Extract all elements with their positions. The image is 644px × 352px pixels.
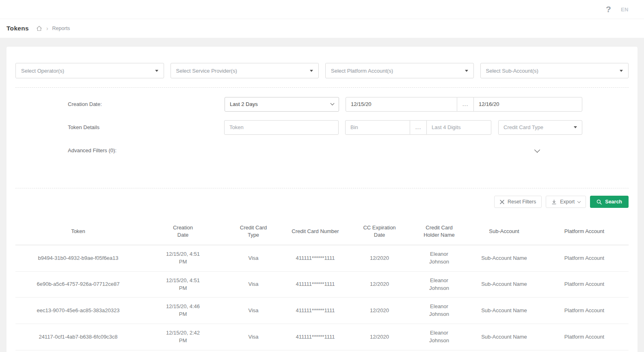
date-preset-value: Last 2 Days xyxy=(230,101,258,107)
table-header-credit-card-number: Credit Card Number xyxy=(282,219,349,245)
table-cell: b9494-31b0-4932-b9ae-f05f6ea13 xyxy=(15,245,141,272)
token-input[interactable] xyxy=(224,120,339,135)
table-header-platform-account: Platform Account xyxy=(540,219,629,245)
bin-last4-ellipsis[interactable]: ... xyxy=(410,120,426,135)
table-cell: 12/2020 xyxy=(349,271,410,298)
caret-down-icon xyxy=(310,70,313,72)
table-cell: 6e90b-a5c6-4757-926a-07712ce87 xyxy=(15,271,141,298)
table-header-credit-card-holder-name: Credit Card Holder Name xyxy=(410,219,468,245)
table-header-credit-card-type: Credit Card Type xyxy=(225,219,282,245)
bin-last4-group: ... xyxy=(345,120,491,135)
caret-down-icon xyxy=(620,70,623,72)
credit-card-type-select[interactable]: Credit Card Type xyxy=(498,120,582,135)
advanced-filters-label: Advanced Filters (0): xyxy=(68,147,225,153)
reset-filters-button[interactable]: Reset Filters xyxy=(494,196,542,208)
tokens-table: Token Creation Date Credit Card Type Cre… xyxy=(15,219,629,352)
table-cell: 12/15/20, 4:51 PM xyxy=(141,245,225,272)
table-header-row: Token Creation Date Credit Card Type Cre… xyxy=(15,219,629,245)
search-button[interactable]: Search xyxy=(590,196,629,208)
breadcrumb: Tokens › Reports xyxy=(0,19,644,38)
date-range-group: ... xyxy=(346,97,582,112)
token-details-label: Token Details xyxy=(68,124,224,130)
download-icon xyxy=(551,199,557,205)
chevron-down-icon xyxy=(577,199,581,203)
table-cell: e3004-4404-4b2b-a5e7-45117abca xyxy=(15,350,141,352)
table-cell: Platform Account xyxy=(540,324,629,350)
table-cell: Sub-Account Name xyxy=(468,298,540,324)
caret-down-icon xyxy=(574,126,577,128)
table-cell: 12/15/20, 4:46 PM xyxy=(141,298,225,324)
table-cell: 411111******1111 xyxy=(282,324,349,350)
table-cell: 12/2020 xyxy=(349,298,410,324)
table-cell: 411111******1111 xyxy=(282,350,349,352)
breadcrumb-separator: › xyxy=(46,25,48,32)
platform-account-select-placeholder: Select Platform Account(s) xyxy=(331,68,393,74)
table-header-token: Token xyxy=(15,219,141,245)
table-cell: Sub-Account Name xyxy=(468,271,540,298)
table-cell: 12/2020 xyxy=(349,350,410,352)
x-icon xyxy=(500,200,504,204)
search-icon xyxy=(596,199,602,205)
table-cell: Platform Account xyxy=(540,350,629,352)
reset-filters-label: Reset Filters xyxy=(508,199,536,205)
table-cell: Eleanor Johnson xyxy=(410,298,468,324)
platform-account-select[interactable]: Select Platform Account(s) xyxy=(325,63,474,78)
table-cell: 411111******1111 xyxy=(282,271,349,298)
table-cell: Eleanor Johnson xyxy=(410,324,468,350)
table-row: 6e90b-a5c6-4757-926a-07712ce8712/15/20, … xyxy=(15,271,629,298)
table-cell: Visa xyxy=(225,298,282,324)
operator-select[interactable]: Select Operator(s) xyxy=(15,63,164,78)
sub-account-select-placeholder: Select Sub-Account(s) xyxy=(486,68,538,74)
caret-down-icon xyxy=(155,70,158,72)
table-cell: Eleanor Johnson xyxy=(410,245,468,272)
bin-input[interactable] xyxy=(345,120,410,135)
date-from-input[interactable] xyxy=(346,97,457,112)
table-row: eec13-9070-45e6-ac85-383a2032312/15/20, … xyxy=(15,298,629,324)
date-range-ellipsis[interactable]: ... xyxy=(457,97,473,112)
language-selector[interactable]: EN xyxy=(621,6,629,13)
table-cell: 24117-0cf1-4ab7-b638-6fc09c3c8 xyxy=(15,324,141,350)
home-icon[interactable] xyxy=(36,26,42,31)
caret-down-icon xyxy=(465,70,468,72)
table-cell: 411111******1111 xyxy=(282,298,349,324)
last4-input[interactable] xyxy=(426,120,491,135)
table-row: 24117-0cf1-4ab7-b638-6fc09c3c812/15/20, … xyxy=(15,324,629,350)
export-button[interactable]: Export xyxy=(546,196,586,208)
export-label: Export xyxy=(560,199,575,205)
table-cell: 12/2020 xyxy=(349,245,410,272)
creation-date-row: Creation Date: Last 2 Days ... xyxy=(15,93,582,116)
service-provider-select[interactable]: Select Service Provider(s) xyxy=(171,63,319,78)
chevron-down-icon xyxy=(331,101,335,106)
operator-select-placeholder: Select Operator(s) xyxy=(21,68,64,74)
search-label: Search xyxy=(605,199,622,205)
sub-account-select[interactable]: Select Sub-Account(s) xyxy=(480,63,629,78)
table-cell: Visa xyxy=(225,271,282,298)
table-cell: Platform Account xyxy=(540,245,629,272)
table-cell: Sub-Account Name xyxy=(468,350,540,352)
table-header-creation-date: Creation Date xyxy=(141,219,225,245)
table-cell: Platform Account xyxy=(540,271,629,298)
advanced-filters-row: Advanced Filters (0): xyxy=(15,139,582,162)
table-body: b9494-31b0-4932-b9ae-f05f6ea1312/15/20, … xyxy=(15,245,629,352)
table-cell: Eleanor Johnson xyxy=(410,350,468,352)
breadcrumb-item-reports[interactable]: Reports xyxy=(52,26,70,31)
table-header-sub-account: Sub-Account xyxy=(468,219,540,245)
table-cell: 12/15/20, 1:06 PM xyxy=(141,350,225,352)
date-to-input[interactable] xyxy=(473,97,582,112)
date-preset-select[interactable]: Last 2 Days xyxy=(225,97,339,112)
table-cell: eec13-9070-45e6-ac85-383a20323 xyxy=(15,298,141,324)
table-cell: Visa xyxy=(225,350,282,352)
chevron-down-icon[interactable] xyxy=(534,147,540,152)
table-cell: 411111******1111 xyxy=(282,245,349,272)
table-cell: Visa xyxy=(225,245,282,272)
table-cell: Sub-Account Name xyxy=(468,245,540,272)
service-provider-select-placeholder: Select Service Provider(s) xyxy=(176,68,237,74)
top-bar: ? EN xyxy=(0,0,644,19)
table-cell: 12/15/20, 2:42 PM xyxy=(141,324,225,350)
help-icon[interactable]: ? xyxy=(606,4,611,14)
table-cell: 12/2020 xyxy=(349,324,410,350)
token-details-row: Token Details ... Credit Card Type xyxy=(15,116,582,139)
table-cell: Platform Account xyxy=(540,298,629,324)
table-cell: Eleanor Johnson xyxy=(410,271,468,298)
table-row: b9494-31b0-4932-b9ae-f05f6ea1312/15/20, … xyxy=(15,245,629,272)
